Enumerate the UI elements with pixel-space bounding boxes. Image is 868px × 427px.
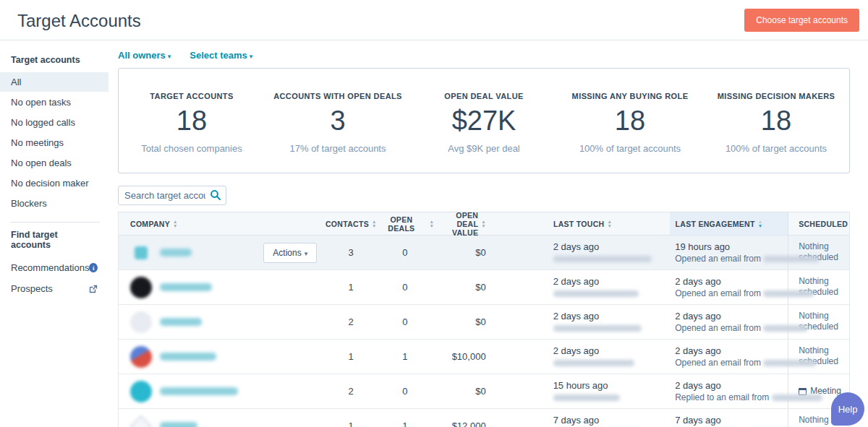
chevron-down-icon: ▾: [168, 53, 171, 60]
last-engagement-cell: 2 days ago Replied to an email from: [669, 374, 788, 408]
company-name-link-redacted[interactable]: [160, 422, 197, 427]
target-accounts-table: COMPANY ▲▼ CONTACTS ▲▼ OPEN DEALS ▲▼ OPE…: [118, 212, 850, 427]
scheduled-cell: Nothing scheduled: [788, 305, 849, 339]
column-header-label: OPEN DEAL VALUE: [434, 211, 478, 237]
column-header-label: CONTACTS: [326, 220, 369, 228]
sidebar-item-recommendations[interactable]: Recommendations i: [0, 257, 109, 278]
last-touch-detail-redacted: [553, 394, 620, 401]
table-body: Actions▾ 3 0 $0 2 days ago 19 hours ago …: [119, 236, 849, 427]
stat-label: TARGET ACCOUNTS: [119, 92, 265, 100]
sidebar-item-prospects[interactable]: Prospects: [0, 278, 109, 299]
stat-value: 18: [703, 105, 849, 137]
recommendations-label: Recommendations: [11, 262, 89, 273]
company-logo-icon: [135, 246, 148, 259]
column-header[interactable]: CONTACTS ▲▼: [326, 212, 376, 235]
actions-button[interactable]: Actions▾: [263, 243, 317, 263]
stat-label: MISSING ANY BUYING ROLE: [557, 92, 703, 100]
last-engagement-time: 2 days ago: [675, 380, 788, 391]
contacts-cell: 1: [326, 270, 376, 304]
last-touch-detail-redacted: [553, 360, 634, 366]
owners-filter-dropdown[interactable]: All owners▾: [118, 50, 171, 61]
table-row[interactable]: 1 0 $0 2 days ago 2 days ago Opened an e…: [119, 270, 849, 305]
table-row[interactable]: Actions▾ 3 0 $0 2 days ago 19 hours ago …: [119, 236, 849, 270]
sidebar-item-all[interactable]: All: [0, 72, 109, 92]
sidebar-item-no-meetings[interactable]: No meetings: [0, 133, 109, 152]
sort-icon: ▲▼: [429, 220, 434, 228]
page-title: Target Accounts: [17, 11, 141, 31]
last-engagement-time: 2 days ago: [675, 311, 788, 322]
stat-sub: 100% of target accounts: [557, 143, 703, 154]
sidebar-item-no-open-deals[interactable]: No open deals: [0, 153, 109, 173]
last-touch-detail-redacted: [553, 256, 652, 262]
contacts-cell: 1: [326, 409, 376, 427]
sidebar-item-no-decision-maker[interactable]: No decision maker: [0, 173, 109, 193]
company-name-link-redacted[interactable]: [160, 249, 192, 256]
table-row[interactable]: 2 0 $0 15 hours ago 2 days ago Replied t…: [119, 374, 849, 409]
column-header[interactable]: COMPANY ▲▼: [119, 212, 326, 235]
company-cell: [119, 409, 326, 427]
column-header[interactable]: SCHEDULED: [788, 212, 849, 235]
column-header[interactable]: OPEN DEALS ▲▼: [376, 212, 434, 235]
open-deals-cell: 1: [376, 340, 434, 374]
filters-bar: All owners▾ Select teams▾: [118, 50, 850, 61]
column-header[interactable]: LAST TOUCH ▲▼: [492, 212, 670, 235]
last-touch-cell: 15 hours ago: [492, 374, 670, 408]
page-header: Target Accounts Choose target accounts: [0, 0, 868, 40]
calendar-icon: [799, 388, 807, 395]
open-deal-value-cell: $12,000: [434, 409, 492, 427]
company-name-link-redacted[interactable]: [160, 283, 212, 291]
last-touch-time: 2 days ago: [553, 311, 670, 322]
last-touch-cell: 2 days ago: [492, 340, 670, 374]
engagement-contact-redacted: [763, 290, 814, 297]
last-touch-time: 15 hours ago: [553, 380, 670, 391]
main-content: All owners▾ Select teams▾ TARGET ACCOUNT…: [109, 40, 868, 427]
info-icon[interactable]: i: [89, 263, 98, 272]
stat: ACCOUNTS WITH OPEN DEALS 3 17% of target…: [265, 92, 411, 154]
column-header-label: SCHEDULED: [799, 220, 848, 228]
search-icon[interactable]: [210, 189, 221, 204]
last-engagement-time: 2 days ago: [675, 345, 788, 356]
column-header-label: LAST ENGAGEMENT: [676, 220, 755, 228]
last-engagement-time: 7 days ago: [675, 415, 788, 426]
last-engagement-cell: 2 days ago Opened an email from: [669, 340, 788, 374]
company-name-link-redacted[interactable]: [160, 387, 238, 395]
teams-filter-dropdown[interactable]: Select teams▾: [190, 50, 252, 61]
open-deals-cell: 0: [376, 236, 434, 269]
stat-label: MISSING DECISION MAKERS: [703, 92, 849, 100]
sidebar-item-blockers[interactable]: Blockers: [0, 194, 109, 213]
stat-sub: 100% of target accounts: [703, 143, 849, 154]
last-touch-detail-redacted: [553, 290, 639, 297]
stat: MISSING DECISION MAKERS 18 100% of targe…: [703, 92, 849, 154]
last-touch-cell: 2 days ago: [492, 305, 670, 339]
last-touch-time: 2 days ago: [553, 241, 670, 252]
sidebar-section-title-find: Find target accounts: [0, 225, 109, 257]
search-box: [118, 186, 226, 205]
company-cell: Actions▾: [119, 236, 326, 269]
column-header[interactable]: LAST ENGAGEMENT ▲▼: [670, 212, 788, 235]
table-row[interactable]: 1 1 $12,000 7 days ago 7 days ago Opened…: [119, 409, 849, 427]
stat: TARGET ACCOUNTS 18 Total chosen companie…: [119, 92, 265, 154]
sidebar-item-no-open-tasks[interactable]: No open tasks: [0, 92, 109, 112]
open-deal-value-cell: $0: [434, 236, 492, 269]
summary-stats-card: TARGET ACCOUNTS 18 Total chosen companie…: [118, 68, 850, 173]
last-touch-time: 2 days ago: [553, 345, 670, 356]
company-name-link-redacted[interactable]: [160, 318, 202, 326]
column-header[interactable]: OPEN DEAL VALUE ▲▼: [434, 212, 492, 235]
open-deals-cell: 0: [376, 305, 434, 339]
stat-sub: Avg $9K per deal: [411, 143, 557, 154]
table-row[interactable]: 1 1 $10,000 2 days ago 2 days ago Opened…: [119, 340, 849, 374]
company-cell: [119, 270, 326, 304]
sidebar-item-no-logged-calls[interactable]: No logged calls: [0, 113, 109, 132]
table-row[interactable]: 2 0 $0 2 days ago 2 days ago Opened an e…: [119, 305, 849, 340]
sort-icon: ▲▼: [173, 220, 178, 228]
scheduled-cell: Nothing scheduled: [788, 340, 849, 374]
engagement-contact-redacted: [763, 360, 817, 366]
help-button[interactable]: Help: [831, 392, 864, 426]
sidebar: Target accounts AllNo open tasksNo logge…: [0, 40, 109, 427]
last-engagement-cell: 2 days ago Opened an email from: [669, 270, 788, 304]
company-name-link-redacted[interactable]: [160, 353, 216, 361]
stat-value: 3: [265, 105, 411, 137]
open-deal-value-cell: $0: [434, 305, 492, 339]
stat-label: OPEN DEAL VALUE: [411, 92, 557, 100]
choose-target-accounts-button[interactable]: Choose target accounts: [744, 9, 859, 32]
